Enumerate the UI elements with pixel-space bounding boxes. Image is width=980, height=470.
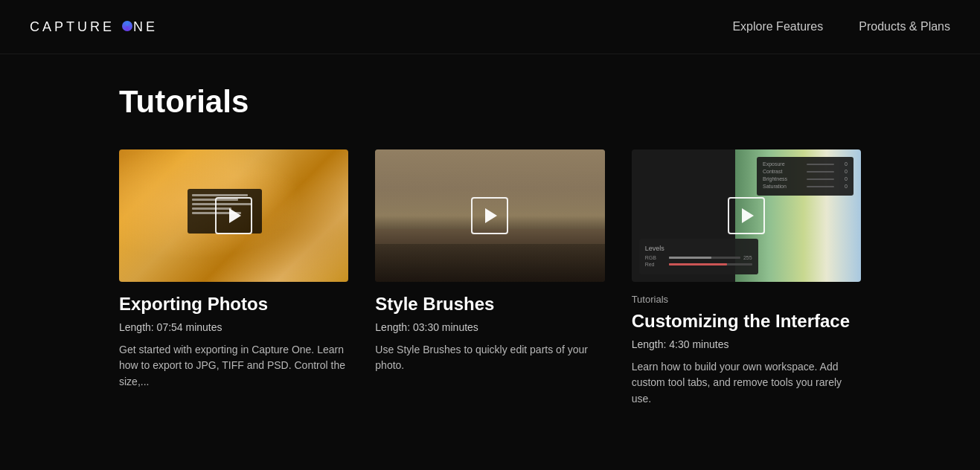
exp-row-saturation: Saturation 0 <box>763 184 848 189</box>
card-length-customizing: Length: 4:30 minutes <box>632 338 861 350</box>
tutorial-card-customizing[interactable]: Exposure 0 Contrast 0 Brightness 0 <box>632 149 861 408</box>
exp-label-contrast: Contrast <box>763 169 804 174</box>
exp-row-brightness: Brightness 0 <box>763 176 848 181</box>
card-desc-exporting: Get started with exporting in Capture On… <box>119 342 348 390</box>
settings-line-1 <box>192 194 248 196</box>
levels-row-red: Red <box>645 262 752 267</box>
levels-row-rgb: RGB 255 <box>645 255 752 260</box>
exp-label-brightness: Brightness <box>763 176 804 181</box>
exp-val-brightness: 0 <box>837 176 848 181</box>
levels-bar-rgb <box>669 257 740 259</box>
play-button-exporting[interactable] <box>215 197 252 234</box>
levels-fill-red <box>669 263 727 265</box>
levels-title: Levels <box>645 245 752 252</box>
levels-panel-overlay: Levels RGB 255 Red <box>639 239 758 274</box>
card-title-exporting: Exporting Photos <box>119 294 348 315</box>
logo-dot-icon <box>122 21 132 31</box>
levels-label-rgb: RGB <box>645 255 666 260</box>
page-title: Tutorials <box>119 84 861 120</box>
card-desc-style-brushes: Use Style Brushes to quickly edit parts … <box>375 342 604 374</box>
card-desc-customizing: Learn how to build your own workspace. A… <box>632 359 861 408</box>
card-length-style-brushes: Length: 03:30 minutes <box>375 321 604 333</box>
nav-links: Explore Features Products & Plans <box>732 20 950 33</box>
logo-text: CAPTURE NE <box>30 19 158 35</box>
play-triangle-icon <box>742 208 754 223</box>
play-button-customizing[interactable] <box>728 197 765 234</box>
exp-slider-saturation <box>807 186 834 187</box>
levels-fill-rgb <box>669 257 712 259</box>
card-length-exporting: Length: 07:54 minutes <box>119 321 348 333</box>
play-triangle-icon <box>229 208 241 223</box>
play-triangle-icon <box>485 208 497 223</box>
tutorials-badge: Tutorials <box>632 294 861 305</box>
exp-slider-contrast <box>807 171 834 173</box>
exp-label-exposure: Exposure <box>763 161 804 167</box>
logo[interactable]: CAPTURE NE <box>30 19 158 35</box>
levels-label-red: Red <box>645 262 666 267</box>
card-title-style-brushes: Style Brushes <box>375 294 604 315</box>
levels-bar-red <box>669 263 752 265</box>
exp-val-contrast: 0 <box>837 169 848 174</box>
page-content: Tutorials Exporting Photos Length: 07:54… <box>0 54 980 437</box>
card-title-customizing: Customizing the Interface <box>632 311 861 332</box>
tutorial-card-exporting-photos[interactable]: Exporting Photos Length: 07:54 minutes G… <box>119 149 348 408</box>
exp-val-saturation: 0 <box>837 184 848 189</box>
exp-row-exposure: Exposure 0 <box>763 161 848 167</box>
levels-val-rgb: 255 <box>743 255 752 260</box>
thumbnail-customizing[interactable]: Exposure 0 Contrast 0 Brightness 0 <box>632 149 861 282</box>
exposure-panel-overlay: Exposure 0 Contrast 0 Brightness 0 <box>757 157 854 196</box>
thumbnail-style-brushes[interactable] <box>375 149 604 282</box>
navbar: CAPTURE NE Explore Features Products & P… <box>0 0 980 54</box>
products-plans-link[interactable]: Products & Plans <box>859 20 950 33</box>
exp-slider-exposure <box>807 164 834 165</box>
exp-val-exposure: 0 <box>837 161 848 167</box>
tutorial-grid: Exporting Photos Length: 07:54 minutes G… <box>119 149 861 408</box>
exp-slider-brightness <box>807 178 834 180</box>
play-button-style-brushes[interactable] <box>471 197 508 234</box>
exp-row-contrast: Contrast 0 <box>763 169 848 174</box>
exp-label-saturation: Saturation <box>763 184 804 189</box>
explore-features-link[interactable]: Explore Features <box>732 20 823 33</box>
thumbnail-exporting-photos[interactable] <box>119 149 348 282</box>
tutorial-card-style-brushes[interactable]: Style Brushes Length: 03:30 minutes Use … <box>375 149 604 408</box>
